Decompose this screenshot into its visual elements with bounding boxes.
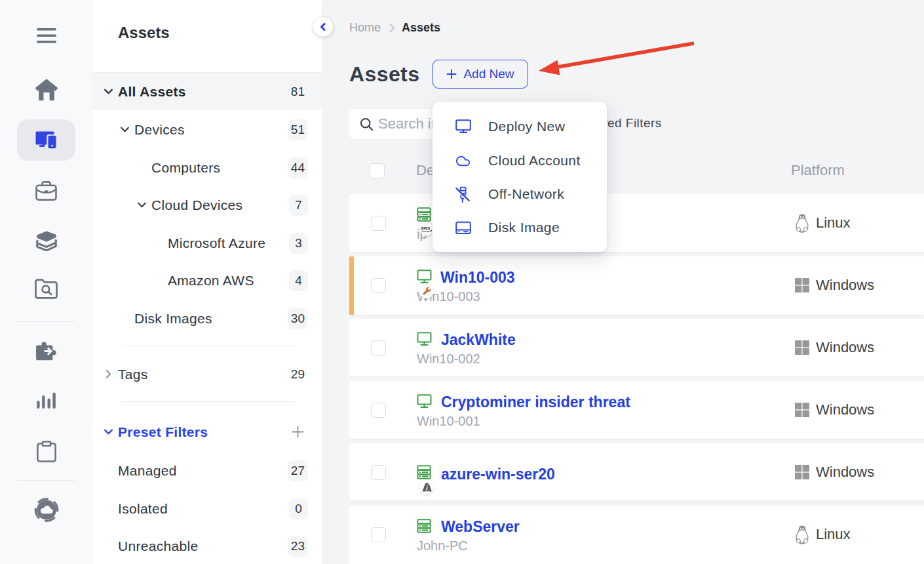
svg-text:aws: aws xyxy=(421,225,431,231)
